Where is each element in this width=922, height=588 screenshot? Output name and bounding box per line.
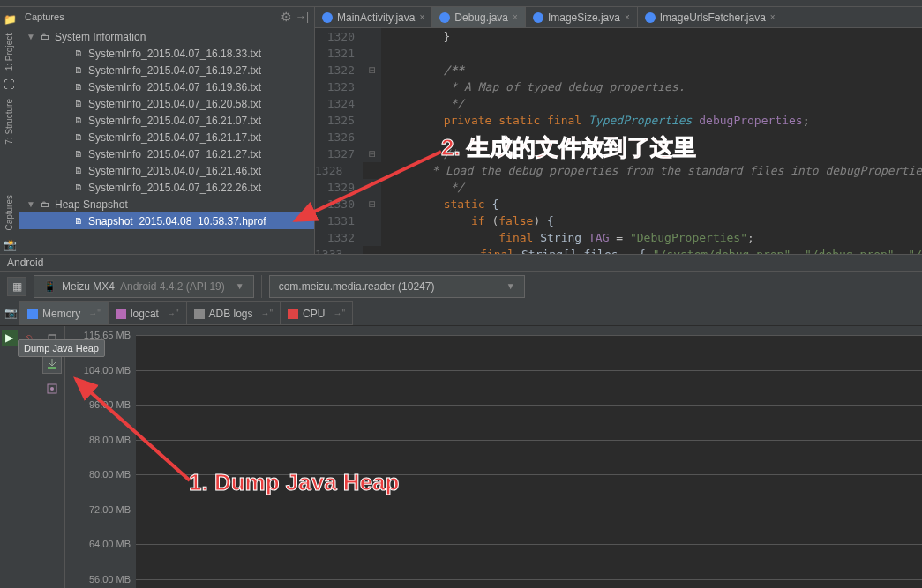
tree-file[interactable]: 🗎SystemInfo_2015.04.07_16.21.07.txt bbox=[19, 112, 314, 129]
tree-file[interactable]: 🗎SystemInfo_2015.04.07_16.18.33.txt bbox=[19, 45, 314, 62]
close-icon[interactable]: × bbox=[770, 12, 776, 22]
editor-tab[interactable]: MainActivity.java× bbox=[315, 7, 432, 27]
profiler-tab[interactable]: logcat→" bbox=[108, 301, 187, 325]
chart-plot-bg bbox=[136, 335, 922, 588]
close-icon[interactable]: × bbox=[513, 12, 518, 22]
hide-panel-icon[interactable]: →| bbox=[296, 11, 309, 23]
file-icon: 🗎 bbox=[72, 131, 85, 144]
profiler-tab[interactable]: Memory→" bbox=[19, 301, 109, 325]
code-editor[interactable]: 1320 }13211322⊟ /**1323 * A Map of typed… bbox=[315, 28, 922, 254]
tree-folder[interactable]: ▼🗀Heap Snapshot bbox=[19, 196, 314, 212]
tree-file[interactable]: 🗎SystemInfo_2015.04.07_16.19.27.txt bbox=[19, 62, 314, 78]
svg-rect-2 bbox=[48, 367, 56, 369]
file-icon: 🗎 bbox=[72, 215, 85, 227]
folder-icon: 🗀 bbox=[39, 198, 51, 211]
tree-folder[interactable]: ▼🗀System Information bbox=[19, 28, 314, 45]
editor-tab[interactable]: Debug.java× bbox=[432, 7, 526, 27]
dump-java-heap-button[interactable] bbox=[42, 354, 62, 374]
y-axis-label: 104.00 MB bbox=[84, 365, 131, 376]
android-panel-label[interactable]: Android bbox=[0, 254, 922, 272]
captures-title: Captures bbox=[25, 11, 281, 22]
file-icon: 🗎 bbox=[72, 81, 85, 93]
tree-file[interactable]: 🗎SystemInfo_2015.04.07_16.21.17.txt bbox=[19, 129, 314, 145]
run-icon[interactable]: ▶ bbox=[2, 330, 18, 346]
device-combo[interactable]: 📱 Meizu MX4 Android 4.4.2 (API 19) ▼ bbox=[34, 275, 254, 298]
y-axis-label: 72.00 MB bbox=[89, 504, 131, 515]
file-icon: 🗎 bbox=[72, 64, 85, 77]
file-icon: 🗎 bbox=[72, 165, 85, 177]
captures-tool-icon[interactable]: 📸 bbox=[4, 239, 16, 251]
y-axis-label: 64.00 MB bbox=[89, 539, 131, 549]
structure-tool-label[interactable]: 7: Structure bbox=[4, 99, 14, 145]
file-icon: 🗎 bbox=[72, 182, 85, 194]
memory-chart[interactable]: 115.65 MB104.00 MB96.00 MB88.00 MB80.00 … bbox=[65, 326, 922, 588]
breadcrumb bbox=[0, 0, 922, 7]
captures-tree[interactable]: ▼🗀System Information🗎SystemInfo_2015.04.… bbox=[19, 26, 314, 254]
java-file-icon bbox=[645, 12, 656, 23]
profiler-left-rail: ▶ bbox=[0, 326, 19, 588]
tree-file[interactable]: 🗎SystemInfo_2015.04.07_16.20.58.txt bbox=[19, 95, 314, 112]
folder-icon: 🗀 bbox=[39, 31, 51, 43]
captures-tool-label[interactable]: Captures bbox=[4, 195, 14, 231]
chevron-down-icon: ▼ bbox=[506, 281, 515, 291]
screenshot-icon[interactable]: 📷 bbox=[2, 301, 19, 324]
devices-dropdown-button[interactable]: ▦ bbox=[7, 277, 26, 296]
java-file-icon bbox=[533, 12, 543, 23]
close-icon[interactable]: × bbox=[625, 12, 630, 22]
file-icon: 🗎 bbox=[72, 115, 85, 127]
y-axis-label: 56.00 MB bbox=[89, 574, 131, 584]
tree-file[interactable]: 🗎SystemInfo_2015.04.07_16.21.27.txt bbox=[19, 145, 314, 162]
editor-area: MainActivity.java×Debug.java×ImageSize.j… bbox=[315, 7, 922, 254]
java-file-icon bbox=[322, 12, 333, 23]
editor-tab[interactable]: ImageUrlsFetcher.java× bbox=[638, 7, 783, 27]
profiler-tabs[interactable]: 📷 Memory→"logcat→"ADB logs→"CPU→" bbox=[0, 301, 922, 326]
file-icon: 🗎 bbox=[72, 148, 85, 160]
phone-icon: 📱 bbox=[43, 280, 56, 293]
captures-panel: Captures ⚙ →| ▼🗀System Information🗎Syste… bbox=[19, 7, 315, 254]
file-icon: 🗎 bbox=[72, 48, 85, 60]
y-axis-label: 96.00 MB bbox=[89, 399, 131, 410]
profiler-tab[interactable]: ADB logs→" bbox=[186, 301, 281, 325]
chevron-down-icon: ▼ bbox=[236, 281, 244, 291]
device-toolbar: ▦ 📱 Meizu MX4 Android 4.4.2 (API 19) ▼ c… bbox=[0, 272, 922, 301]
tree-file[interactable]: 🗎SystemInfo_2015.04.07_16.21.46.txt bbox=[19, 162, 314, 179]
profiler-actions bbox=[39, 326, 65, 588]
profiler-tab[interactable]: CPU→" bbox=[280, 301, 353, 325]
structure-tool-icon[interactable]: ⛶ bbox=[4, 78, 16, 91]
tree-file[interactable]: 🗎SystemInfo_2015.04.07_16.22.26.txt bbox=[19, 179, 314, 196]
profiler-left-rail2: ⦸ bbox=[19, 326, 39, 588]
editor-tabs[interactable]: MainActivity.java×Debug.java×ImageSize.j… bbox=[315, 7, 922, 28]
project-tool-icon[interactable]: 📁 bbox=[4, 13, 16, 26]
close-icon[interactable]: × bbox=[419, 12, 424, 22]
left-tool-rail: 📁 1: Project ⛶ 7: Structure Captures 📸 bbox=[0, 7, 19, 254]
y-axis-label: 80.00 MB bbox=[89, 469, 131, 480]
tree-file[interactable]: 🗎SystemInfo_2015.04.07_16.19.36.txt bbox=[19, 78, 314, 95]
gear-icon[interactable]: ⚙ bbox=[281, 10, 292, 24]
java-file-icon bbox=[439, 12, 450, 23]
project-tool-label[interactable]: 1: Project bbox=[4, 33, 14, 71]
editor-tab[interactable]: ImageSize.java× bbox=[526, 7, 638, 27]
y-axis-label: 88.00 MB bbox=[89, 435, 131, 445]
tree-file[interactable]: 🗎Snapshot_2015.04.08_10.58.37.hprof bbox=[19, 212, 314, 229]
file-icon: 🗎 bbox=[72, 98, 85, 110]
allocation-tracking-icon[interactable] bbox=[42, 379, 62, 398]
process-combo[interactable]: com.meizu.media.reader (10247) ▼ bbox=[269, 275, 525, 298]
tooltip-dump-java-heap: Dump Java Heap bbox=[18, 339, 105, 357]
svg-point-4 bbox=[50, 387, 54, 391]
